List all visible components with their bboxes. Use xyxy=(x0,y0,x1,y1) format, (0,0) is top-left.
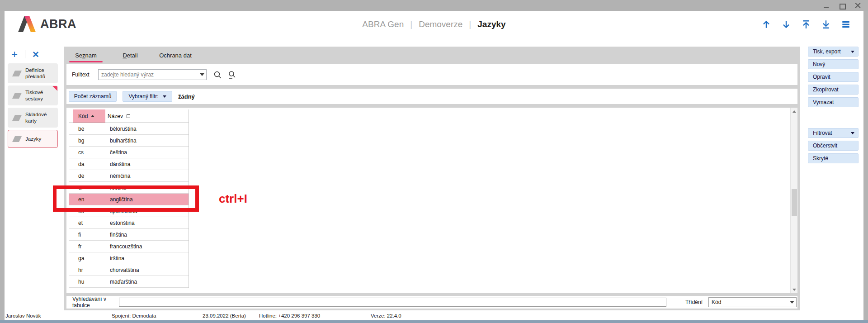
chevron-down-icon[interactable] xyxy=(198,70,206,80)
window-titlebar xyxy=(0,0,868,11)
close-icon[interactable] xyxy=(855,3,861,9)
status-version: Verze: 22.4.0 xyxy=(371,313,401,318)
table-row-hu[interactable]: humaďarština xyxy=(69,276,189,288)
arrow-to-bottom-icon[interactable] xyxy=(821,19,831,29)
skryt--button[interactable]: Skryté xyxy=(808,153,859,163)
vymazat-button[interactable]: Vymazat xyxy=(808,97,859,107)
table-row-ga[interactable]: gairština xyxy=(69,252,189,264)
header-navigation xyxy=(761,11,851,38)
zkop-rovat-button[interactable]: Zkopírovat xyxy=(808,85,859,95)
table-header-row: Kód Název xyxy=(69,109,189,123)
tab-seznam[interactable]: Seznam xyxy=(69,47,103,64)
minimize-icon[interactable] xyxy=(823,3,829,9)
menu-icon[interactable] xyxy=(841,19,851,29)
action-button-label: Skryté xyxy=(813,155,828,162)
add-agenda-icon[interactable]: + xyxy=(9,49,20,60)
cell-name: španělština xyxy=(105,208,137,214)
scroll-down-icon[interactable] xyxy=(791,286,798,293)
arrow-to-top-icon[interactable] xyxy=(801,19,811,29)
chevron-down-icon xyxy=(163,95,166,98)
agenda-icon xyxy=(12,136,22,142)
fulltext-input[interactable] xyxy=(99,70,198,79)
sidebar-tools-divider xyxy=(25,50,25,58)
column-header-nazev[interactable]: Název xyxy=(105,109,130,123)
cell-name: dánština xyxy=(105,161,130,167)
cell-name: běloruština xyxy=(105,126,137,132)
table-row-cs[interactable]: csčeština xyxy=(69,147,189,158)
tab-ochrana-dat[interactable]: Ochrana dat xyxy=(152,47,198,64)
filtrovat-button[interactable]: Filtrovat xyxy=(808,128,859,138)
tab-detail[interactable]: Detail xyxy=(114,47,146,64)
status-user: Jaroslav Novák xyxy=(5,313,41,318)
bottom-edge-strip xyxy=(0,320,868,323)
cell-code: en xyxy=(69,196,105,203)
cell-name: chorvatština xyxy=(105,267,139,273)
agenda-icon xyxy=(12,93,22,99)
cell-name: čeština xyxy=(105,149,127,156)
table-row-el[interactable]: elřečtina xyxy=(69,182,189,194)
fulltext-combobox[interactable] xyxy=(98,69,207,80)
sort-ascending-icon xyxy=(91,115,94,117)
cell-code: el xyxy=(69,185,105,191)
cell-code: be xyxy=(69,126,105,132)
sidebar-tools: + ✕ xyxy=(9,49,41,60)
sidebar-items: Definice překladůTiskové sestavySkladové… xyxy=(8,63,58,148)
table-row-et[interactable]: etestonština xyxy=(69,217,189,229)
selected-filter-label: Vybraný filtr: xyxy=(128,93,158,100)
selected-filter-button[interactable]: Vybraný filtr: xyxy=(123,91,172,102)
cell-code: ga xyxy=(69,255,105,261)
sort-dropdown-value: Kód xyxy=(709,299,788,305)
tisk-export-button[interactable]: Tisk, export xyxy=(808,47,859,57)
nov--button[interactable]: Nový xyxy=(808,59,859,69)
cell-name: řečtina xyxy=(105,185,126,191)
table-row-es[interactable]: esšpanělština xyxy=(69,205,189,217)
group-box-icon xyxy=(127,114,130,118)
maximize-icon[interactable] xyxy=(839,3,845,9)
sidebar-item-label: Jazyky xyxy=(25,136,41,142)
sort-dropdown[interactable]: Kód xyxy=(708,297,797,307)
opravit-button[interactable]: Opravit xyxy=(808,72,859,82)
sidebar-item-definice-p-eklad-[interactable]: Definice překladů xyxy=(8,63,58,83)
annotation-shortcut-label: ctrl+I xyxy=(219,192,247,206)
sidebar-item-jazyky[interactable]: Jazyky xyxy=(8,130,58,148)
table-row-bg[interactable]: bgbulharština xyxy=(69,135,189,147)
scrollbar-thumb[interactable] xyxy=(792,189,797,216)
action-button-label: Filtrovat xyxy=(813,130,832,136)
action-button-label: Vymazat xyxy=(813,99,834,105)
app-window: ABRA ABRA Gen | Demoverze | Jazyky + ✕ D… xyxy=(5,11,863,321)
search-advanced-icon[interactable] xyxy=(228,71,236,79)
table-row-be[interactable]: beběloruština xyxy=(69,123,189,135)
cell-name: francouzština xyxy=(105,243,142,250)
cell-code: hu xyxy=(69,279,105,285)
fulltext-label: Fulltext xyxy=(72,71,93,78)
sidebar-item-label: Skladové karty xyxy=(25,111,55,124)
table-search-bar: Vyhledávání v tabulce Třídění Kód xyxy=(66,296,797,309)
table-row-da[interactable]: dadánština xyxy=(69,158,189,170)
breadcrumb-agenda: Jazyky xyxy=(477,19,505,29)
close-agenda-icon[interactable]: ✕ xyxy=(30,49,41,60)
sidebar-item-tiskov-sestavy[interactable]: Tiskové sestavy xyxy=(8,86,58,105)
cell-code: de xyxy=(69,173,105,179)
column-header-nazev-label: Název xyxy=(108,113,123,119)
table-row-fi[interactable]: fifinština xyxy=(69,229,189,241)
breadcrumb-separator: | xyxy=(469,19,471,29)
arrow-up-icon[interactable] xyxy=(761,19,771,29)
cell-code: et xyxy=(69,220,105,226)
filter-bar: Počet záznamů Vybraný filtr: žádný xyxy=(66,89,797,104)
table-row-de[interactable]: deněmčina xyxy=(69,170,189,182)
vertical-scrollbar[interactable] xyxy=(790,108,797,293)
ob-erstvit-button[interactable]: Občerstvit xyxy=(808,141,859,151)
column-header-kod[interactable]: Kód xyxy=(73,109,105,123)
agenda-icon xyxy=(12,115,22,121)
table-row-fr[interactable]: frfrancouzština xyxy=(69,241,189,252)
cell-code: fr xyxy=(69,243,105,250)
record-count-button[interactable]: Počet záznamů xyxy=(69,91,117,102)
search-icon[interactable] xyxy=(213,71,222,79)
arrow-down-icon[interactable] xyxy=(781,19,791,29)
scroll-up-icon[interactable] xyxy=(791,108,798,115)
sidebar-item-skladov-karty[interactable]: Skladové karty xyxy=(8,108,58,128)
table-row-en[interactable]: enangličtina xyxy=(69,194,189,205)
table-search-input[interactable] xyxy=(119,298,666,307)
cell-name: bulharština xyxy=(105,138,137,144)
table-row-hr[interactable]: hrchorvatština xyxy=(69,264,189,276)
